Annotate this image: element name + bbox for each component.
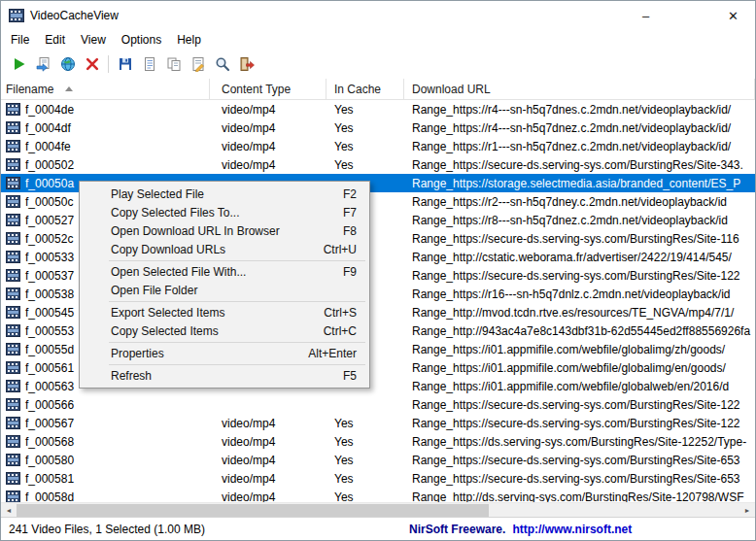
menu-item-copy-download-urls[interactable]: Copy Download URLsCtrl+U	[80, 240, 369, 258]
status-right-panel: NirSoft Freeware. http://www.nirsoft.net	[409, 523, 632, 536]
close-button[interactable]: ✕	[711, 1, 755, 30]
menu-item-shortcut: Ctrl+U	[324, 243, 357, 256]
column-header-in-cache[interactable]: In Cache	[326, 79, 404, 99]
content-type-cell: video/mp4	[210, 472, 326, 486]
video-file-icon	[6, 306, 20, 319]
menu-item-label: Refresh	[111, 369, 343, 383]
menubar-item-view[interactable]: View	[73, 31, 114, 49]
column-header-download-url[interactable]: Download URL	[404, 79, 755, 99]
filename-text: f_00050a	[25, 177, 74, 190]
menu-item-open-download-url-in-browser[interactable]: Open Download URL In BrowserF8	[80, 221, 369, 240]
video-file-icon	[6, 287, 20, 300]
copy-files-to-icon	[36, 56, 52, 72]
play-button[interactable]	[7, 52, 31, 77]
in-cache-cell: Yes	[326, 140, 404, 153]
table-row[interactable]: f_000502video/mp4YesRange_https://secure…	[1, 155, 755, 174]
table-row[interactable]: f_000580video/mp4YesRange_https://secure…	[1, 451, 755, 469]
filename-text: f_00050c	[25, 195, 73, 209]
menu-separator	[109, 342, 365, 343]
download-url-cell: Range_https://secure-ds.serving-sys.com/…	[404, 417, 755, 430]
table-row[interactable]: f_000568video/mp4YesRange_https://ds.ser…	[1, 432, 755, 451]
video-file-icon	[6, 214, 20, 226]
menu-item-label: Open Download URL In Browser	[111, 224, 343, 238]
menu-item-open-selected-file-with[interactable]: Open Selected File With...F9	[80, 262, 369, 281]
menu-item-shortcut: Ctrl+S	[324, 306, 357, 320]
delete-button[interactable]	[80, 52, 104, 77]
scroll-right-arrow-icon[interactable]: ►	[739, 503, 755, 517]
menubar-item-edit[interactable]: Edit	[37, 31, 73, 49]
column-header-filename[interactable]: Filename	[1, 79, 210, 99]
menu-item-label: Copy Download URLs	[111, 243, 324, 256]
video-file-icon	[6, 269, 20, 282]
menu-item-shortcut: F2	[343, 187, 357, 201]
download-url-cell: Range_https://r1---sn-h5q7dnez.c.2mdn.ne…	[404, 140, 755, 153]
menubar-item-file[interactable]: File	[3, 31, 37, 49]
video-file-icon	[6, 343, 20, 355]
video-file-icon	[6, 324, 20, 337]
horizontal-scrollbar[interactable]: ◄ ►	[1, 502, 755, 517]
in-cache-cell: Yes	[326, 158, 404, 172]
table-row[interactable]: f_000581video/mp4YesRange_https://secure…	[1, 469, 755, 488]
filename-text: f_0004de	[25, 103, 74, 117]
report-button[interactable]	[186, 52, 210, 77]
menu-item-shortcut: F5	[343, 369, 357, 383]
properties-button[interactable]	[137, 52, 161, 77]
menubar-item-options[interactable]: Options	[114, 31, 169, 49]
menubar-item-help[interactable]: Help	[169, 31, 209, 49]
context-menu: Play Selected FileF2Copy Selected Files …	[79, 181, 370, 389]
app-icon	[9, 9, 24, 22]
download-url-cell: Range_http://ds.serving-sys.com/Bursting…	[404, 490, 755, 503]
scrollbar-thumb[interactable]	[17, 504, 489, 517]
menu-separator	[109, 364, 365, 365]
menu-item-copy-selected-files-to[interactable]: Copy Selected Files To...F7	[80, 203, 369, 221]
table-row[interactable]: f_0004dfvideo/mp4YesRange_https://r4---s…	[1, 118, 755, 137]
menu-item-copy-selected-items[interactable]: Copy Selected ItemsCtrl+C	[80, 321, 369, 340]
download-url-cell: Range_https://secure-ds.serving-sys.com/…	[404, 398, 755, 412]
menu-item-label: Copy Selected Items	[111, 324, 324, 338]
column-header-content-type[interactable]: Content Type	[210, 79, 326, 99]
download-url-cell: Range_http://cstatic.weborama.fr/adverti…	[404, 251, 755, 264]
menu-item-open-file-folder[interactable]: Open File Folder	[80, 281, 369, 299]
videocacheview-window: VideoCacheView – ✕ FileEditViewOptionsHe…	[0, 0, 756, 541]
title-bar: VideoCacheView – ✕	[1, 1, 755, 30]
menu-separator	[109, 260, 365, 261]
menu-item-export-selected-items[interactable]: Export Selected ItemsCtrl+S	[80, 303, 369, 321]
filename-cell: f_000502	[1, 158, 210, 172]
video-file-icon	[6, 490, 20, 502]
content-type-cell: video/mp4	[210, 454, 326, 467]
menu-item-shortcut: F9	[343, 265, 357, 279]
table-row[interactable]: f_000566Range_https://secure-ds.serving-…	[1, 395, 755, 414]
nirsoft-link[interactable]: http://www.nirsoft.net	[512, 523, 632, 536]
table-row[interactable]: f_00058dvideo/mp4YesRange_http://ds.serv…	[1, 488, 755, 502]
report-icon	[190, 56, 206, 72]
video-file-icon	[6, 232, 20, 245]
open-in-browser-button[interactable]	[55, 52, 80, 77]
sort-ascending-icon	[65, 86, 73, 91]
window-title: VideoCacheView	[30, 9, 119, 22]
save-button[interactable]	[113, 52, 137, 77]
menu-item-refresh[interactable]: RefreshF5	[80, 366, 369, 385]
menu-item-label: Open File Folder	[111, 284, 357, 297]
menu-item-play-selected-file[interactable]: Play Selected FileF2	[80, 185, 369, 203]
filename-text: f_000567	[25, 417, 74, 430]
table-row[interactable]: f_0004devideo/mp4YesRange_https://r4---s…	[1, 100, 755, 118]
table-row[interactable]: f_000567video/mp4YesRange_https://secure…	[1, 414, 755, 432]
exit-icon	[239, 56, 255, 72]
scroll-left-arrow-icon[interactable]: ◄	[1, 503, 17, 517]
copy-button[interactable]	[161, 52, 186, 77]
copy-files-to-button[interactable]	[31, 52, 55, 77]
download-url-cell: Range_https://storage.selectmedia.asia/b…	[404, 177, 755, 190]
minimize-button[interactable]: –	[624, 1, 668, 30]
exit-button[interactable]	[234, 52, 258, 77]
nirsoft-freeware-label: NirSoft Freeware.	[409, 523, 505, 536]
find-button[interactable]	[210, 52, 234, 77]
column-header-label: Download URL	[412, 83, 491, 96]
delete-icon	[85, 56, 100, 72]
download-url-cell: Range_https://r8---sn-h5q7dnez.c.2mdn.ne…	[404, 214, 755, 227]
in-cache-cell: Yes	[326, 454, 404, 467]
menu-item-shortcut: F8	[343, 224, 357, 238]
table-row[interactable]: f_0004fevideo/mp4YesRange_https://r1---s…	[1, 137, 755, 155]
menu-item-properties[interactable]: PropertiesAlt+Enter	[80, 344, 369, 362]
menu-item-label: Copy Selected Files To...	[111, 206, 343, 220]
filename-text: f_000538	[25, 287, 74, 301]
